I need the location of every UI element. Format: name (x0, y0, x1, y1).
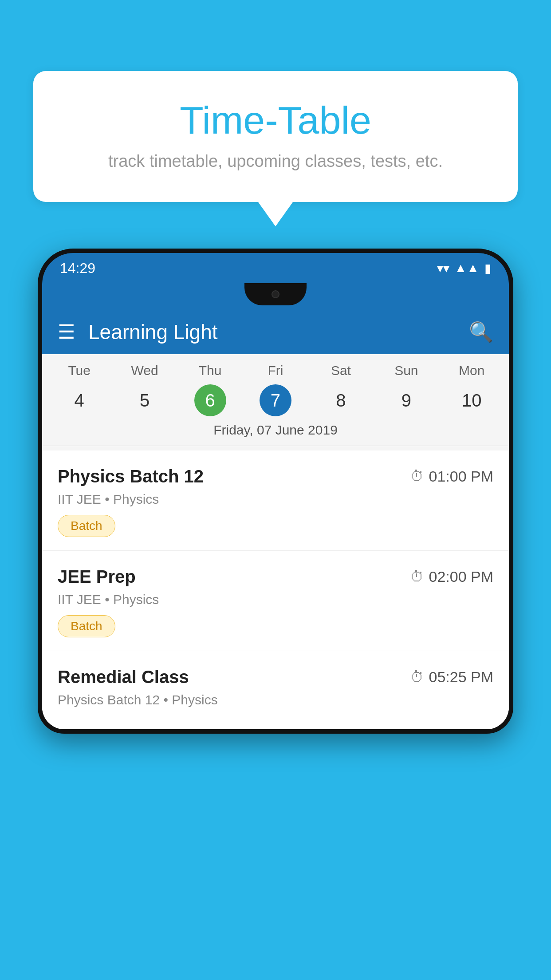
day-number[interactable]: 5 (129, 384, 161, 416)
day-number[interactable]: 6 (194, 384, 226, 416)
app-bar: ☰ Learning Light 🔍 (42, 310, 509, 354)
schedule-item-subtitle: Physics Batch 12 • Physics (58, 692, 493, 707)
phone-container: 14:29 ▾▾ ▲▲ ▮ ☰ Learning Light 🔍 Tue4Wed… (38, 249, 513, 980)
bubble-subtitle: track timetable, upcoming classes, tests… (69, 152, 482, 171)
day-name: Mon (459, 363, 484, 378)
schedule-item-header: JEE Prep⏱02:00 PM (58, 567, 493, 587)
schedule-item-subtitle: IIT JEE • Physics (58, 492, 493, 507)
wifi-icon: ▾▾ (437, 261, 449, 276)
app-title: Learning Light (88, 320, 456, 344)
bubble-title: Time-Table (69, 98, 482, 143)
schedule-item-title: Physics Batch 12 (58, 466, 204, 486)
speech-bubble: Time-Table track timetable, upcoming cla… (33, 71, 518, 202)
schedule-item-title: JEE Prep (58, 567, 136, 587)
schedule-item-header: Remedial Class⏱05:25 PM (58, 667, 493, 687)
clock-icon: ⏱ (410, 669, 424, 685)
day-name: Fri (268, 363, 283, 378)
notch-area (42, 283, 509, 310)
day-name: Wed (131, 363, 158, 378)
volume-down-button[interactable] (38, 391, 41, 422)
phone-frame: 14:29 ▾▾ ▲▲ ▮ ☰ Learning Light 🔍 Tue4Wed… (38, 249, 513, 734)
day-col-fri[interactable]: Fri7 (243, 363, 308, 416)
batch-badge: Batch (58, 615, 115, 637)
volume-up-button[interactable] (38, 351, 41, 382)
schedule-item-title: Remedial Class (58, 667, 189, 687)
time-text: 01:00 PM (429, 468, 493, 485)
day-number[interactable]: 9 (390, 384, 422, 416)
calendar-strip: Tue4Wed5Thu6Fri7Sat8Sun9Mon10 Friday, 07… (42, 354, 509, 450)
day-name: Thu (199, 363, 222, 378)
clock-icon: ⏱ (410, 468, 424, 485)
schedule-item[interactable]: Physics Batch 12⏱01:00 PMIIT JEE • Physi… (42, 450, 509, 551)
day-col-tue[interactable]: Tue4 (47, 363, 112, 416)
schedule-item-subtitle: IIT JEE • Physics (58, 592, 493, 607)
power-button[interactable] (510, 368, 513, 413)
schedule-item-time: ⏱01:00 PM (410, 468, 493, 485)
day-name: Sat (331, 363, 351, 378)
selected-date-label: Friday, 07 June 2019 (42, 416, 509, 446)
status-time: 14:29 (60, 260, 95, 277)
day-col-sun[interactable]: Sun9 (374, 363, 439, 416)
battery-icon: ▮ (484, 261, 491, 276)
speech-bubble-container: Time-Table track timetable, upcoming cla… (33, 71, 518, 202)
schedule-item-time: ⏱02:00 PM (410, 568, 493, 585)
hamburger-menu-icon[interactable]: ☰ (58, 322, 75, 342)
status-icons: ▾▾ ▲▲ ▮ (437, 261, 491, 276)
schedule-item-header: Physics Batch 12⏱01:00 PM (58, 466, 493, 486)
schedule-list: Physics Batch 12⏱01:00 PMIIT JEE • Physi… (42, 450, 509, 729)
schedule-item[interactable]: JEE Prep⏱02:00 PMIIT JEE • PhysicsBatch (42, 551, 509, 651)
schedule-item-time: ⏱05:25 PM (410, 668, 493, 686)
clock-icon: ⏱ (410, 569, 424, 585)
front-camera (272, 290, 279, 298)
batch-badge: Batch (58, 515, 115, 537)
time-text: 05:25 PM (429, 668, 493, 686)
day-col-mon[interactable]: Mon10 (439, 363, 504, 416)
signal-icon: ▲▲ (455, 261, 479, 275)
day-number[interactable]: 8 (325, 384, 357, 416)
day-number[interactable]: 7 (260, 384, 291, 416)
search-icon[interactable]: 🔍 (469, 320, 493, 344)
day-col-sat[interactable]: Sat8 (308, 363, 374, 416)
day-number[interactable]: 4 (63, 384, 95, 416)
day-name: Tue (68, 363, 91, 378)
days-row: Tue4Wed5Thu6Fri7Sat8Sun9Mon10 (42, 363, 509, 416)
status-bar: 14:29 ▾▾ ▲▲ ▮ (42, 253, 509, 283)
day-col-thu[interactable]: Thu6 (177, 363, 243, 416)
notch (244, 283, 307, 305)
day-col-wed[interactable]: Wed5 (112, 363, 177, 416)
schedule-item[interactable]: Remedial Class⏱05:25 PMPhysics Batch 12 … (42, 651, 509, 729)
time-text: 02:00 PM (429, 568, 493, 585)
day-number[interactable]: 10 (456, 384, 488, 416)
day-name: Sun (394, 363, 418, 378)
